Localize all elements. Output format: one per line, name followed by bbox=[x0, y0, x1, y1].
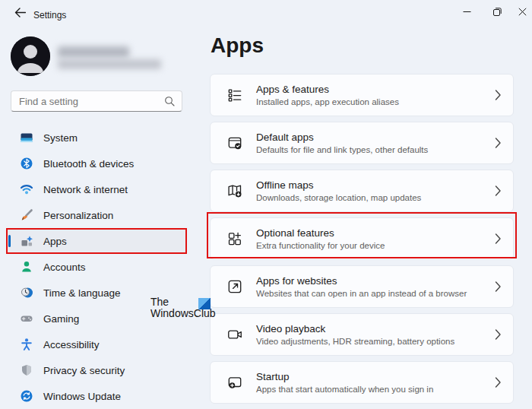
privacy-security-icon bbox=[20, 363, 33, 377]
offline-maps-icon bbox=[226, 182, 244, 200]
card-video-playback[interactable]: Video playback Video adjustments, HDR st… bbox=[210, 313, 514, 356]
sidebar-item-privacy-security[interactable]: Privacy & security bbox=[6, 358, 187, 382]
sidebar-item-accessibility[interactable]: Accessibility bbox=[6, 332, 187, 357]
card-optional-features[interactable]: Optional features Extra functionality fo… bbox=[210, 217, 514, 260]
card-startup[interactable]: Startup Apps that start automatically wh… bbox=[210, 361, 514, 404]
sidebar-item-time-language[interactable]: Time & language bbox=[6, 281, 187, 305]
window-title: Settings bbox=[33, 10, 66, 21]
accessibility-icon bbox=[20, 338, 33, 351]
personalization-icon bbox=[20, 208, 33, 222]
sidebar-item-label: Accessibility bbox=[43, 339, 100, 350]
sidebar-item-label: Personalization bbox=[43, 210, 113, 221]
apps-for-websites-icon bbox=[226, 277, 244, 296]
bluetooth-icon bbox=[20, 157, 33, 170]
chevron-right-icon bbox=[495, 90, 501, 100]
card-title: Startup bbox=[256, 370, 495, 383]
card-subtitle: Downloads, storage location, map updates bbox=[256, 192, 495, 204]
chevron-right-icon bbox=[495, 377, 501, 388]
back-arrow-icon bbox=[14, 8, 26, 20]
maximize-restore-icon bbox=[493, 7, 502, 18]
sidebar-item-label: Network & internet bbox=[43, 184, 128, 195]
avatar[interactable] bbox=[11, 36, 50, 76]
sidebar-item-apps[interactable]: Apps bbox=[6, 229, 187, 253]
network-icon bbox=[20, 182, 33, 196]
sidebar-item-windows-update[interactable]: Windows Update bbox=[6, 384, 187, 408]
sidebar-item-network-internet[interactable]: Network & internet bbox=[6, 177, 187, 201]
card-offline-maps[interactable]: Offline maps Downloads, storage location… bbox=[210, 170, 514, 212]
settings-card-list: Apps & features Installed apps, app exec… bbox=[210, 74, 514, 404]
account-name-blurred bbox=[58, 46, 129, 58]
gaming-icon bbox=[20, 312, 33, 325]
card-title: Optional features bbox=[256, 227, 495, 239]
sidebar-item-label: System bbox=[43, 132, 78, 144]
sidebar-item-gaming[interactable]: Gaming bbox=[6, 306, 187, 331]
card-subtitle: Apps that start automatically when you s… bbox=[256, 384, 495, 395]
time-language-icon bbox=[20, 286, 33, 300]
selected-accent-bar bbox=[8, 235, 11, 247]
sidebar-item-bluetooth-devices[interactable]: Bluetooth & devices bbox=[6, 151, 187, 176]
minimize-icon bbox=[463, 7, 471, 18]
windows-update-icon bbox=[20, 389, 33, 403]
sidebar-item-label: Time & language bbox=[43, 287, 121, 299]
sidebar-item-label: Bluetooth & devices bbox=[43, 158, 134, 170]
search-icon bbox=[164, 96, 175, 106]
card-title: Apps & features bbox=[256, 83, 495, 96]
chevron-right-icon bbox=[495, 233, 501, 244]
card-title: Default apps bbox=[256, 131, 495, 144]
apps-features-icon bbox=[226, 86, 244, 104]
close-button[interactable] bbox=[512, 3, 532, 21]
card-default-apps[interactable]: Default apps Defaults for file and link … bbox=[210, 122, 514, 164]
maximize-button[interactable] bbox=[485, 3, 509, 21]
minimize-button[interactable] bbox=[454, 3, 479, 21]
startup-icon bbox=[226, 373, 244, 392]
close-icon bbox=[518, 7, 527, 18]
chevron-right-icon bbox=[495, 138, 501, 148]
sidebar-item-label: Privacy & security bbox=[43, 365, 125, 376]
card-apps-features[interactable]: Apps & features Installed apps, app exec… bbox=[210, 74, 514, 116]
system-icon bbox=[20, 131, 33, 144]
back-button[interactable] bbox=[8, 5, 32, 23]
sidebar-item-label: Gaming bbox=[43, 313, 79, 325]
card-title: Offline maps bbox=[256, 179, 495, 192]
card-title: Apps for websites bbox=[256, 274, 495, 287]
card-title: Video playback bbox=[256, 322, 495, 335]
accounts-icon bbox=[20, 260, 33, 274]
search-box[interactable] bbox=[11, 90, 182, 112]
card-apps-for-websites[interactable]: Apps for websites Websites that can open… bbox=[210, 265, 514, 308]
video-playback-icon bbox=[226, 325, 244, 344]
chevron-right-icon bbox=[495, 329, 501, 340]
sidebar-item-label: Accounts bbox=[43, 262, 86, 273]
page-title: Apps bbox=[211, 33, 264, 58]
card-subtitle: Websites that can open in an app instead… bbox=[256, 288, 495, 300]
chevron-right-icon bbox=[495, 281, 501, 292]
sidebar-nav: System Bluetooth & devices Network & int… bbox=[6, 125, 187, 409]
account-email-blurred bbox=[58, 59, 161, 69]
card-subtitle: Extra functionality for your device bbox=[256, 240, 495, 252]
windowsclub-logo-icon bbox=[198, 298, 211, 309]
default-apps-icon bbox=[226, 134, 244, 152]
sidebar-item-personalization[interactable]: Personalization bbox=[6, 203, 187, 227]
card-subtitle: Installed apps, app execution aliases bbox=[256, 97, 495, 108]
sidebar-item-accounts[interactable]: Accounts bbox=[6, 255, 187, 279]
card-subtitle: Video adjustments, HDR streaming, batter… bbox=[256, 336, 495, 347]
search-input[interactable] bbox=[11, 96, 164, 107]
apps-icon bbox=[20, 234, 33, 248]
optional-features-icon bbox=[226, 230, 244, 248]
sidebar-item-system[interactable]: System bbox=[6, 125, 187, 150]
chevron-right-icon bbox=[495, 185, 501, 196]
card-subtitle: Defaults for file and link types, other … bbox=[256, 144, 495, 156]
sidebar-item-label: Apps bbox=[43, 236, 67, 247]
sidebar-item-label: Windows Update bbox=[43, 391, 121, 402]
